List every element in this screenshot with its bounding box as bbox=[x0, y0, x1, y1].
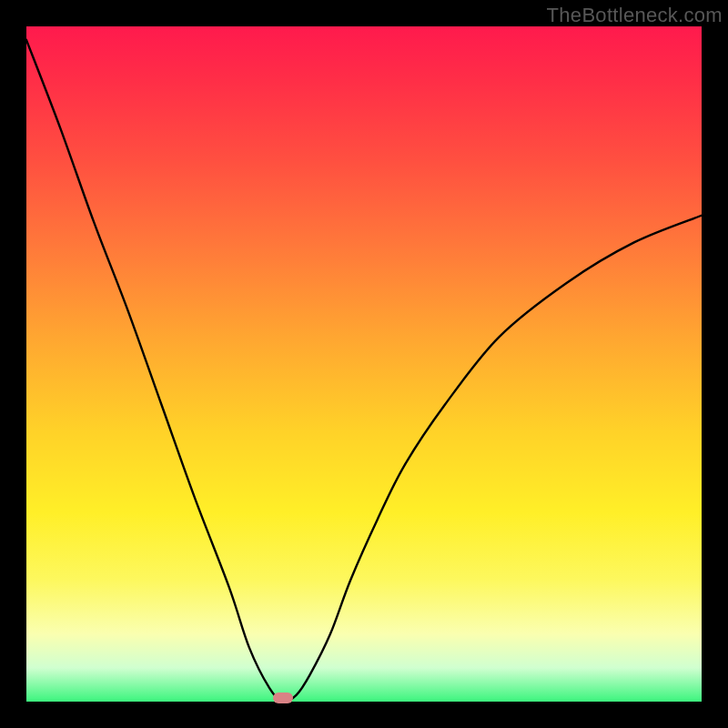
plot-area bbox=[26, 26, 702, 702]
optimum-marker bbox=[273, 693, 293, 703]
frame: TheBottleneck.com bbox=[0, 0, 728, 728]
watermark-text: TheBottleneck.com bbox=[547, 4, 723, 27]
bottleneck-curve bbox=[26, 26, 702, 702]
